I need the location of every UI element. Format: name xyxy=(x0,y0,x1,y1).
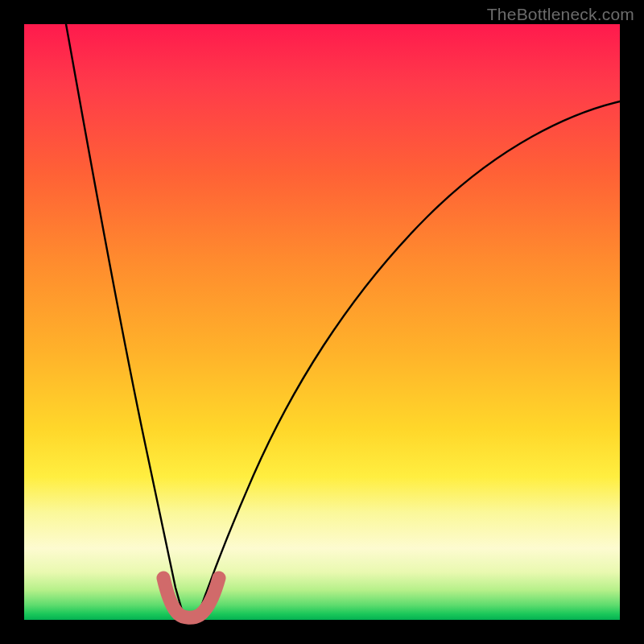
curve-left-branch xyxy=(66,24,184,616)
chart-frame: TheBottleneck.com xyxy=(0,0,644,644)
plot-area xyxy=(24,24,620,620)
curve-layer xyxy=(24,24,620,620)
curve-right-branch xyxy=(198,101,620,616)
trough-highlight xyxy=(163,578,219,617)
watermark-text: TheBottleneck.com xyxy=(487,5,634,24)
